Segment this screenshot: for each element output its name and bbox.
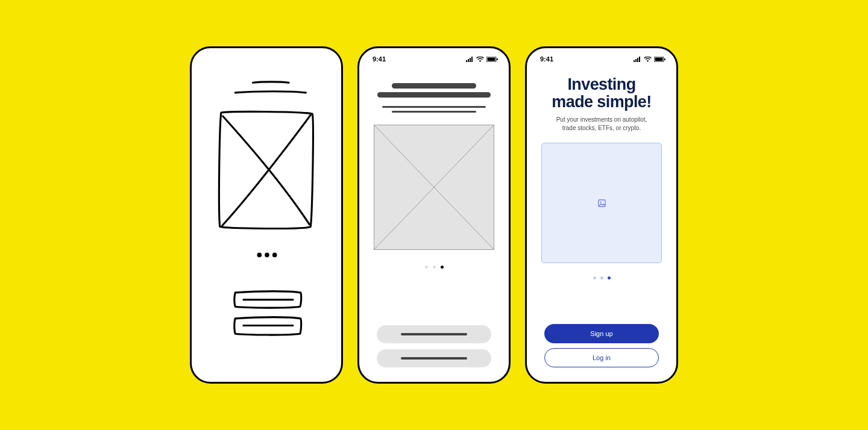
svg-point-20 [600,201,601,202]
phone-grayscale-wireframe: 9:41 [357,46,511,384]
svg-point-1 [266,254,268,256]
subcopy-line-1: Put your investments on autopilot, [556,116,647,123]
subcopy-line-2: trade stocks, ETFs, or crypto. [562,125,641,131]
phone-sketch [190,46,343,384]
page-dot [593,276,596,279]
svg-point-0 [258,254,260,256]
headline-placeholder-line-2 [377,92,491,98]
login-button[interactable]: Log in [544,348,659,367]
headline: Investing made simple! [552,76,651,111]
headline-line-1: Investing [567,75,635,93]
phone-high-fidelity: 9:41 Investing made simple! Put your inv… [525,46,678,384]
subcopy-placeholder-line-1 [382,106,486,108]
page-dot [425,266,428,269]
page-dot [433,266,436,269]
hero-image-placeholder [541,143,662,263]
hero-image-placeholder [374,125,494,250]
page-indicator[interactable] [425,266,444,269]
sketch-drawing [192,48,341,382]
page-indicator[interactable] [593,276,611,279]
subheadline: Put your investments on autopilot, trade… [556,116,647,132]
primary-cta-placeholder[interactable] [377,325,491,343]
signup-button[interactable]: Sign up [544,324,659,343]
headline-placeholder-line-1 [392,83,476,89]
subcopy-placeholder-line-2 [392,111,476,113]
wireframe-progression-row: 9:41 [190,46,678,384]
svg-point-2 [273,254,275,256]
page-dot [600,276,603,279]
image-icon [597,199,606,208]
page-dot-active [608,276,611,279]
headline-line-2: made simple! [552,93,651,111]
page-dot-active [441,266,444,269]
secondary-cta-placeholder[interactable] [377,349,491,367]
